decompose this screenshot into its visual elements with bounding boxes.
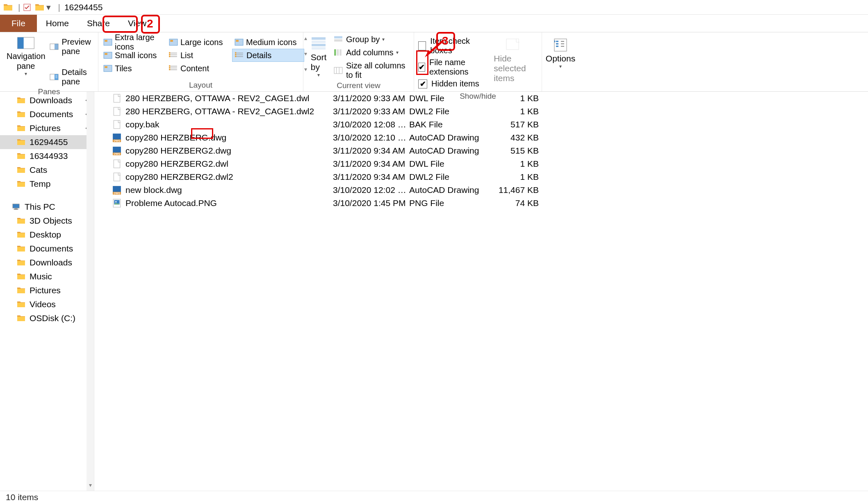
- folder-icon: [16, 258, 25, 267]
- tab-home[interactable]: Home: [37, 15, 78, 32]
- file-row[interactable]: new block.dwg 3/10/2020 12:02 … AutoCAD …: [94, 184, 868, 197]
- details-pane-icon: [50, 73, 59, 81]
- file-row[interactable]: Probleme Autocad.PNG 3/10/2020 1:45 PM P…: [94, 197, 868, 210]
- dwg-icon: [112, 133, 121, 142]
- nav-item-cats[interactable]: Cats: [0, 163, 94, 177]
- nav-scrollbar[interactable]: ▾: [87, 92, 94, 491]
- file-name: new block.dwg: [125, 185, 182, 195]
- title-bar: | ▾ | 16294455: [0, 0, 868, 15]
- layout-list[interactable]: List: [166, 49, 232, 62]
- layout-icon: [169, 52, 178, 59]
- file-size: 74 KB: [494, 198, 542, 208]
- file-date: 3/10/2020 12:08 …: [333, 120, 409, 129]
- details-pane-button[interactable]: Details pane: [50, 68, 96, 86]
- nav-item-downloads[interactable]: Downloads: [0, 93, 94, 107]
- nav-item-16344933[interactable]: 16344933: [0, 149, 94, 163]
- layout-tiles[interactable]: Tiles: [101, 62, 166, 75]
- hide-selected-items-button[interactable]: Hide selected items: [487, 34, 539, 91]
- quick-access-dropdown[interactable]: ▾: [46, 2, 51, 12]
- folder-icon: [16, 138, 25, 146]
- tab-file[interactable]: File: [0, 15, 37, 32]
- nav-item-3d-objects[interactable]: 3D Objects: [0, 214, 94, 228]
- file-date: 3/11/2020 9:33 AM: [333, 93, 409, 103]
- options-label: Options: [546, 54, 575, 63]
- file-row[interactable]: 280 HERZBERG, OTTAWA - REV2_CAGE1.dwl2 3…: [94, 105, 868, 118]
- add-columns-icon: [334, 49, 343, 56]
- dwg-icon: [112, 146, 121, 155]
- nav-item-temp[interactable]: Temp: [0, 177, 94, 191]
- preview-pane-label: Preview pane: [62, 37, 96, 56]
- file-name: 280 HERZBERG, OTTAWA - REV2_CAGE1.dwl: [125, 93, 310, 103]
- nav-item-label: Temp: [30, 179, 50, 189]
- file-type: AutoCAD Drawing: [409, 133, 494, 143]
- file-size: 1 KB: [494, 93, 542, 103]
- file-name-extensions-toggle[interactable]: ✔ File name extensions: [418, 58, 485, 77]
- layout-large[interactable]: Large icons: [166, 36, 232, 49]
- sort-by-button[interactable]: Sort by ▾: [306, 34, 331, 80]
- file-row[interactable]: copy280 HERZBERG2.dwl 3/11/2020 9:34 AM …: [94, 157, 868, 170]
- nav-item-osdisk-c-[interactable]: OSDisk (C:): [0, 311, 94, 325]
- tab-view[interactable]: View: [119, 15, 155, 32]
- layout-medium[interactable]: Medium icons: [232, 36, 304, 49]
- file-date: 3/11/2020 9:33 AM: [333, 106, 409, 116]
- folder-icon: [16, 96, 25, 104]
- tab-share[interactable]: Share: [78, 15, 119, 32]
- add-columns-button[interactable]: Add columns▾: [334, 48, 411, 57]
- nav-item-documents[interactable]: Documents: [0, 242, 94, 256]
- nav-item-music[interactable]: Music: [0, 270, 94, 283]
- file-row[interactable]: 280 HERZBERG, OTTAWA - REV2_CAGE1.dwl 3/…: [94, 92, 868, 105]
- dwg-icon: [112, 186, 121, 195]
- layout-details[interactable]: Details: [232, 49, 304, 62]
- layout-icon: [235, 39, 244, 46]
- group-by-button[interactable]: Group by▾: [334, 35, 411, 44]
- file-name: copy280 HERZBERG2.dwl2: [125, 172, 233, 182]
- layout-small[interactable]: Small icons: [101, 49, 166, 62]
- hidden-items-toggle[interactable]: ✔ Hidden items: [418, 79, 485, 88]
- layout-icon: [169, 39, 178, 46]
- quick-access-checkbox-icon[interactable]: [23, 3, 32, 12]
- checkbox-icon: [418, 41, 426, 50]
- file-row[interactable]: copy280 HERZBERG.dwg 3/10/2020 12:10 … A…: [94, 131, 868, 144]
- file-date: 3/11/2020 9:34 AM: [333, 146, 409, 156]
- nav-item-pictures[interactable]: Pictures: [0, 121, 94, 135]
- nav-item-pictures[interactable]: Pictures: [0, 283, 94, 297]
- nav-item-label: Music: [30, 272, 52, 281]
- preview-pane-button[interactable]: Preview pane: [50, 37, 96, 56]
- nav-item-label: OSDisk (C:): [30, 313, 75, 323]
- layout-extra-large[interactable]: Extra large icons: [101, 36, 166, 49]
- folder-icon: [16, 166, 25, 174]
- file-icon: [112, 107, 121, 116]
- separator: |: [18, 2, 20, 12]
- file-row[interactable]: copy.bak 3/10/2020 12:08 … BAK File 517 …: [94, 118, 868, 131]
- file-date: 3/10/2020 12:02 …: [333, 185, 409, 195]
- file-size: 432 KB: [494, 133, 542, 143]
- options-button[interactable]: Options ▾: [540, 34, 581, 80]
- nav-item-16294455[interactable]: 16294455: [0, 135, 94, 149]
- nav-item-videos[interactable]: Videos: [0, 297, 94, 311]
- sort-by-label: Sort by: [311, 52, 327, 72]
- file-row[interactable]: copy280 HERZBERG2.dwg 3/11/2020 9:34 AM …: [94, 144, 868, 157]
- item-count: 10 items: [6, 492, 38, 502]
- folder-icon: [16, 124, 25, 132]
- folder-icon: [3, 3, 12, 12]
- nav-item-label: 3D Objects: [30, 216, 72, 226]
- nav-item-downloads[interactable]: Downloads: [0, 256, 94, 270]
- file-icon: [112, 172, 121, 181]
- ribbon-group-options: Options ▾: [542, 32, 579, 91]
- file-type: BAK File: [409, 120, 494, 129]
- navigation-pane-button[interactable]: Navigation pane ▾: [2, 34, 50, 86]
- nav-item-label: Desktop: [30, 230, 61, 240]
- folder-icon: [16, 180, 25, 188]
- ribbon-group-panes: Navigation pane ▾ Preview pane Details p…: [0, 32, 98, 91]
- details-pane-label: Details pane: [62, 68, 96, 86]
- ribbon-group-current-view: Sort by ▾ Group by▾ Add columns▾ Size al…: [303, 32, 414, 91]
- file-list[interactable]: 280 HERZBERG, OTTAWA - REV2_CAGE1.dwl 3/…: [94, 92, 868, 491]
- item-check-boxes-toggle[interactable]: Item check boxes: [418, 36, 485, 55]
- navigation-tree[interactable]: Downloads Documents Pictures 16294455 16…: [0, 92, 94, 491]
- file-row[interactable]: copy280 HERZBERG2.dwl2 3/11/2020 9:34 AM…: [94, 170, 868, 184]
- nav-item-desktop[interactable]: Desktop: [0, 228, 94, 242]
- nav-item-documents[interactable]: Documents: [0, 107, 94, 121]
- size-all-columns-button[interactable]: Size all columns to fit: [334, 61, 411, 80]
- layout-content[interactable]: Content: [166, 62, 232, 75]
- nav-this-pc[interactable]: This PC: [0, 200, 94, 214]
